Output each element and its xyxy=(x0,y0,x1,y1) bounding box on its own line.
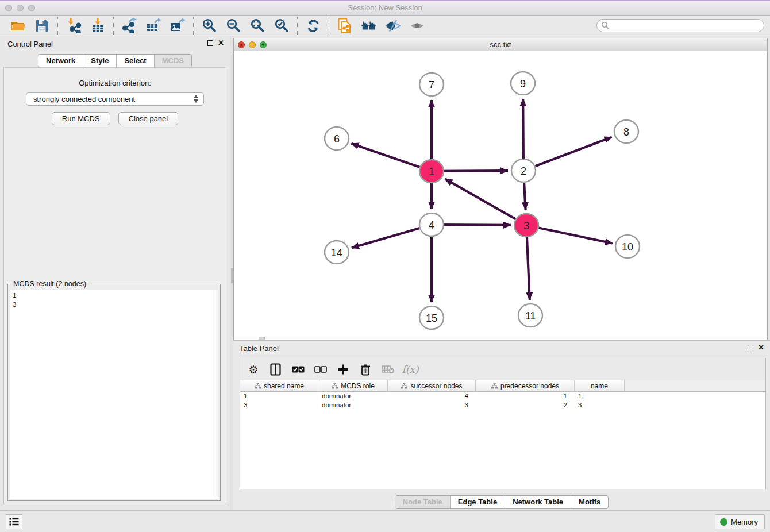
open-network-file-button[interactable] xyxy=(337,18,353,34)
add-row-button[interactable] xyxy=(334,361,352,378)
home-button[interactable] xyxy=(361,18,377,34)
import-table-button[interactable] xyxy=(90,18,106,34)
control-panel: Control Panel ✕ Network Style Select MCD… xyxy=(0,36,230,510)
cell-shared-name: 3 xyxy=(240,401,318,410)
column-header-successor-nodes[interactable]: successor nodes xyxy=(388,380,476,392)
memory-button[interactable]: Memory xyxy=(715,514,765,529)
zoom-in-icon xyxy=(202,18,217,33)
open-folder-icon xyxy=(10,18,26,33)
close-panel-button[interactable]: Close panel xyxy=(118,112,179,125)
run-mcds-button[interactable]: Run MCDS xyxy=(52,112,110,125)
column-header-predecessor-nodes[interactable]: predecessor nodes xyxy=(476,380,575,392)
show-column-button[interactable] xyxy=(267,361,284,378)
tab-select[interactable]: Select xyxy=(117,55,154,67)
export-table-button[interactable] xyxy=(145,18,161,34)
hierarchy-icon xyxy=(401,382,408,390)
export-network-button[interactable] xyxy=(121,18,137,34)
splitter-grip[interactable] xyxy=(231,268,233,283)
table-row[interactable]: 1 dominator 4 1 1 xyxy=(240,392,765,401)
table-settings-button[interactable]: ⚙ xyxy=(245,361,262,378)
network-close-button[interactable]: x xyxy=(238,41,245,48)
export-image-button[interactable] xyxy=(170,18,186,34)
result-scrollbar[interactable] xyxy=(213,290,218,499)
mcds-result-title: MCDS result (2 nodes) xyxy=(11,280,88,288)
tab-network-table[interactable]: Network Table xyxy=(505,496,571,508)
graph-node-label: 3 xyxy=(523,220,529,232)
column-header-mcds-role[interactable]: MCDS role xyxy=(318,380,388,392)
hierarchy-icon xyxy=(491,382,498,390)
optimization-criterion-select[interactable]: strongly connected component xyxy=(26,92,204,106)
session-title: Session: New Session xyxy=(0,0,770,16)
column-header-shared-name[interactable]: shared name xyxy=(240,380,318,392)
graph-node-label: 15 xyxy=(426,313,437,324)
hide-graphics-details-button[interactable] xyxy=(385,18,401,34)
zoom-window-button[interactable] xyxy=(28,5,35,11)
tab-node-table[interactable]: Node Table xyxy=(395,496,451,508)
network-maximize-button[interactable]: + xyxy=(260,41,267,48)
application-window: Session: New Session xyxy=(0,0,770,532)
table-header-row: shared name MCDS role xyxy=(240,380,765,392)
mcds-result-box: MCDS result (2 nodes) 1 3 xyxy=(7,284,221,501)
mcds-result-list[interactable]: 1 3 xyxy=(10,290,218,499)
network-minimize-button[interactable]: – xyxy=(249,41,256,48)
hierarchy-icon xyxy=(254,382,261,390)
tab-mcds[interactable]: MCDS xyxy=(155,55,191,67)
float-table-panel-icon[interactable] xyxy=(748,345,753,350)
graph-edge-3-10[interactable] xyxy=(526,225,613,243)
table-row[interactable]: 3 dominator 3 2 3 xyxy=(240,401,765,410)
tab-network[interactable]: Network xyxy=(38,55,83,67)
tab-style[interactable]: Style xyxy=(83,55,117,67)
float-panel-icon[interactable] xyxy=(207,40,213,46)
unchecked-boxes-icon xyxy=(314,366,327,373)
cell-mcds-role: dominator xyxy=(318,401,388,410)
column-header-name[interactable]: name xyxy=(575,380,625,392)
zoom-selected-button[interactable] xyxy=(274,18,290,34)
close-table-panel-icon[interactable]: ✕ xyxy=(758,344,764,350)
memory-label: Memory xyxy=(731,518,758,526)
table-panel-title: Table Panel xyxy=(240,344,279,353)
search-input[interactable] xyxy=(596,19,764,32)
table-toolbar: ⚙ xyxy=(240,358,765,380)
search-icon xyxy=(601,21,610,30)
close-panel-icon[interactable]: ✕ xyxy=(218,40,224,46)
cell-name: 3 xyxy=(575,401,625,410)
deselect-all-button[interactable] xyxy=(312,361,329,378)
window-controls xyxy=(5,5,35,11)
save-session-button[interactable] xyxy=(34,18,50,34)
zoom-out-button[interactable] xyxy=(225,18,241,34)
control-panel-tabs: Network Style Select MCDS xyxy=(0,54,230,68)
main-area: Control Panel ✕ Network Style Select MCD… xyxy=(0,36,770,510)
optimization-criterion-value: strongly connected component xyxy=(33,95,135,103)
close-window-button[interactable] xyxy=(5,5,12,11)
refresh-button[interactable] xyxy=(305,18,321,34)
open-session-button[interactable] xyxy=(10,18,26,34)
control-panel-header: Control Panel ✕ xyxy=(0,36,230,52)
tab-edge-table[interactable]: Edge Table xyxy=(451,496,505,508)
show-graphics-details-button[interactable] xyxy=(409,18,425,34)
save-floppy-icon xyxy=(34,18,49,33)
zoom-fit-button[interactable] xyxy=(249,18,265,34)
memory-status-icon xyxy=(720,518,727,526)
tab-motifs[interactable]: Motifs xyxy=(571,496,608,508)
graph-node-label: 6 xyxy=(334,133,340,145)
import-network-button[interactable] xyxy=(66,18,82,34)
delete-table-button[interactable] xyxy=(379,361,396,378)
node-table: shared name MCDS role xyxy=(240,380,765,489)
network-canvas[interactable]: 7968124314101511 xyxy=(234,51,767,340)
table-container: ⚙ xyxy=(240,358,766,489)
graph-node-label: 7 xyxy=(429,79,434,91)
gear-icon: ⚙ xyxy=(248,363,258,376)
eye-slash-icon xyxy=(385,18,401,33)
minimize-window-button[interactable] xyxy=(17,5,24,11)
show-panels-button[interactable] xyxy=(6,514,22,529)
network-file-icon xyxy=(337,18,353,34)
graph-node-label: 4 xyxy=(429,219,434,231)
list-icon xyxy=(9,518,19,526)
zoom-in-button[interactable] xyxy=(201,18,217,34)
import-network-icon xyxy=(66,18,82,33)
select-all-button[interactable] xyxy=(290,361,307,378)
graph-edge-2-8[interactable] xyxy=(523,137,612,171)
function-builder-button[interactable]: f(x) xyxy=(402,361,419,378)
graph-edge-3-1[interactable] xyxy=(445,179,526,225)
delete-row-button[interactable] xyxy=(357,361,374,378)
